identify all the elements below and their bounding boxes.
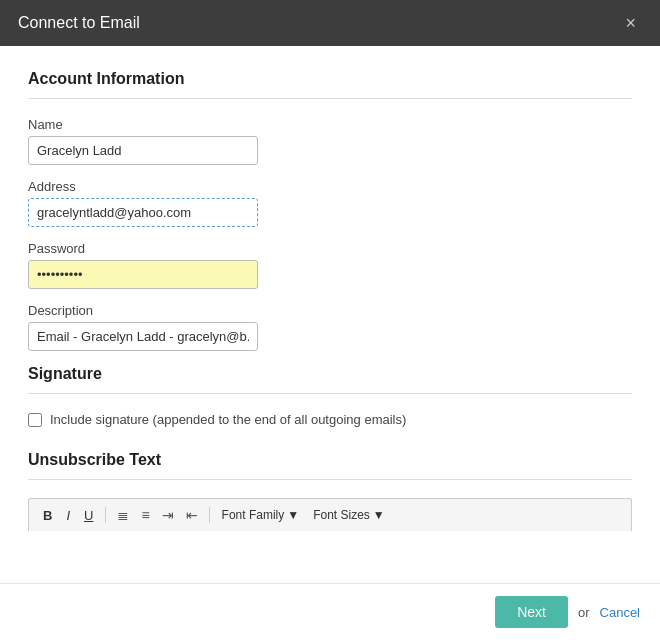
italic-button[interactable]: I	[60, 505, 76, 526]
signature-section-title: Signature	[28, 365, 632, 383]
unsubscribe-divider	[28, 479, 632, 480]
name-field-group: Name	[28, 117, 632, 165]
description-field-group: Description	[28, 303, 632, 351]
signature-divider	[28, 393, 632, 394]
signature-checkbox-label: Include signature (appended to the end o…	[50, 412, 406, 427]
unsubscribe-section-title: Unsubscribe Text	[28, 451, 632, 469]
address-field-group: Address	[28, 179, 632, 227]
outdent-button[interactable]: ⇤	[181, 504, 203, 526]
name-label: Name	[28, 117, 632, 132]
bold-button[interactable]: B	[37, 505, 58, 526]
ordered-list-button[interactable]: ≣	[112, 504, 134, 526]
text-editor-toolbar: B I U ≣ ≡ ⇥ ⇤ Font Family ▼ Font Sizes ▼	[28, 498, 632, 531]
unsubscribe-section: Unsubscribe Text B I U ≣ ≡ ⇥ ⇤ Font Fami…	[28, 451, 632, 531]
cancel-button[interactable]: Cancel	[600, 605, 640, 620]
account-section: Account Information Name Address Passwor…	[28, 70, 632, 351]
signature-checkbox-row: Include signature (appended to the end o…	[28, 412, 632, 427]
signature-section: Signature Include signature (appended to…	[28, 365, 632, 427]
modal-body: Account Information Name Address Passwor…	[0, 46, 660, 583]
password-input[interactable]	[28, 260, 258, 289]
modal-container: Connect to Email × Account Information N…	[0, 0, 660, 640]
signature-checkbox[interactable]	[28, 413, 42, 427]
font-family-chevron: ▼	[287, 508, 299, 522]
name-input[interactable]	[28, 136, 258, 165]
font-sizes-chevron: ▼	[373, 508, 385, 522]
address-input[interactable]	[28, 198, 258, 227]
description-input[interactable]	[28, 322, 258, 351]
close-button[interactable]: ×	[619, 12, 642, 34]
description-label: Description	[28, 303, 632, 318]
indent-button[interactable]: ⇥	[157, 504, 179, 526]
or-text: or	[578, 605, 590, 620]
font-family-label: Font Family	[222, 508, 285, 522]
address-label: Address	[28, 179, 632, 194]
underline-button[interactable]: U	[78, 505, 99, 526]
font-sizes-dropdown[interactable]: Font Sizes ▼	[307, 505, 391, 525]
modal-title: Connect to Email	[18, 14, 140, 32]
password-field-group: Password	[28, 241, 632, 289]
unordered-list-button[interactable]: ≡	[136, 504, 154, 526]
password-label: Password	[28, 241, 632, 256]
next-button[interactable]: Next	[495, 596, 568, 628]
modal-footer: Next or Cancel	[0, 583, 660, 640]
account-divider	[28, 98, 632, 99]
font-sizes-label: Font Sizes	[313, 508, 370, 522]
toolbar-sep-2	[209, 507, 210, 523]
account-section-title: Account Information	[28, 70, 632, 88]
font-family-dropdown[interactable]: Font Family ▼	[216, 505, 306, 525]
toolbar-sep-1	[105, 507, 106, 523]
modal-header: Connect to Email ×	[0, 0, 660, 46]
